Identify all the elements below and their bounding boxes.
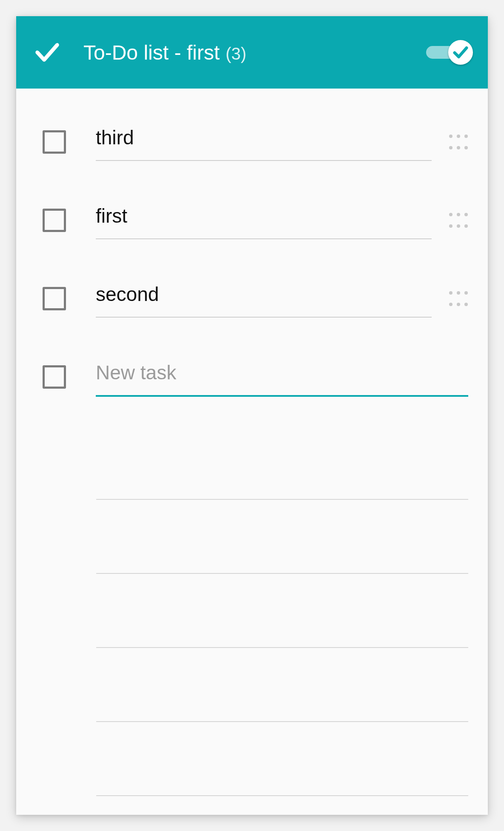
blank-line <box>96 573 468 574</box>
title-count: (3) <box>226 44 246 63</box>
page-title: To-Do list - first (3) <box>83 41 409 64</box>
task-checkbox[interactable] <box>43 365 66 389</box>
task-label[interactable]: third <box>96 123 432 161</box>
confirm-button[interactable] <box>28 33 66 72</box>
blank-row <box>16 426 488 500</box>
new-task-field <box>96 357 468 397</box>
blank-row <box>16 500 488 574</box>
drag-handle-icon[interactable] <box>449 289 468 308</box>
show-completed-toggle[interactable] <box>426 40 473 65</box>
blank-line <box>96 499 468 500</box>
blank-line <box>96 721 468 722</box>
task-row: first <box>16 192 488 248</box>
blank-row <box>16 722 488 796</box>
task-row: second <box>16 271 488 326</box>
title-text: To-Do list - first <box>83 41 220 64</box>
check-icon <box>452 43 470 61</box>
check-icon <box>32 37 62 67</box>
app-header: To-Do list - first (3) <box>16 16 488 89</box>
drag-handle-icon[interactable] <box>449 132 468 152</box>
blank-row <box>16 574 488 648</box>
blank-line <box>96 795 468 796</box>
task-checkbox[interactable] <box>43 287 66 310</box>
blank-row <box>16 648 488 722</box>
toggle-knob <box>448 40 473 65</box>
task-checkbox[interactable] <box>43 209 66 232</box>
new-task-input[interactable] <box>96 361 468 384</box>
blank-line <box>96 647 468 648</box>
task-label[interactable]: second <box>96 279 432 318</box>
drag-handle-icon[interactable] <box>449 210 468 230</box>
new-task-row <box>16 349 488 404</box>
task-row: third <box>16 114 488 169</box>
task-checkbox[interactable] <box>43 130 66 154</box>
task-label[interactable]: first <box>96 201 432 240</box>
task-list: third first second <box>16 89 488 815</box>
todo-card: To-Do list - first (3) third first <box>16 16 488 815</box>
